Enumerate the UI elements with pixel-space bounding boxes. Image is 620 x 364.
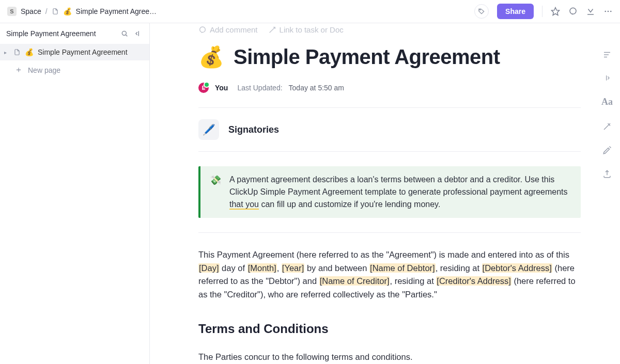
page-title[interactable]: Simple Payment Agreement bbox=[234, 45, 500, 69]
add-comment-button[interactable]: Add comment bbox=[198, 25, 258, 34]
svg-point-2 bbox=[570, 8, 576, 14]
callout-text-b: can fill up and customize if you're lend… bbox=[259, 200, 440, 209]
signatories-chip-icon: 🖊️ bbox=[198, 119, 219, 140]
share-button[interactable]: Share bbox=[497, 4, 534, 19]
signatories-label: Signatories bbox=[228, 124, 279, 135]
author-row: E You Last Updated: Today at 5:50 am bbox=[198, 83, 581, 108]
callout-underlined: that you bbox=[229, 200, 259, 210]
divider bbox=[198, 232, 581, 233]
add-comment-label: Add comment bbox=[210, 25, 258, 34]
sidebar: Simple Payment Agreement ▸ 💰 Simple Paym… bbox=[0, 23, 150, 364]
callout-text-a: A payment agreement describes a loan's t… bbox=[229, 175, 568, 196]
svg-marker-1 bbox=[552, 8, 560, 15]
intro-b: day of bbox=[220, 263, 247, 273]
sidebar-item-emoji: 💰 bbox=[25, 48, 34, 56]
placeholder-debtor-address[interactable]: [Debtor's Address] bbox=[482, 263, 552, 273]
placeholder-month[interactable]: [Month] bbox=[247, 263, 277, 273]
download-icon[interactable] bbox=[586, 7, 595, 16]
last-updated-label: Last Updated: bbox=[237, 84, 282, 92]
title-row: 💰 Simple Payment Agreement bbox=[198, 45, 581, 69]
svg-point-0 bbox=[479, 9, 480, 10]
comment-circle-icon[interactable] bbox=[568, 7, 578, 16]
svg-point-3 bbox=[605, 11, 606, 12]
svg-point-7 bbox=[200, 27, 206, 33]
svg-point-5 bbox=[610, 11, 612, 12]
link-task-button[interactable]: Link to task or Doc bbox=[268, 25, 344, 34]
intro-g: , residing at bbox=[390, 276, 436, 286]
placeholder-creditor-address[interactable]: [Creditor's Address] bbox=[436, 276, 511, 286]
sidebar-item-label: Simple Payment Agreement bbox=[38, 48, 128, 56]
page-tree: ▸ 💰 Simple Payment Agreement ＋ New page bbox=[0, 44, 149, 80]
placeholder-day[interactable]: [Day] bbox=[198, 263, 220, 273]
document-icon bbox=[52, 8, 59, 15]
doc-ghost-toolbar: Add comment Link to task or Doc bbox=[198, 23, 581, 42]
topbar-actions: Share bbox=[474, 4, 613, 19]
sidebar-item-simple-payment-agreement[interactable]: ▸ 💰 Simple Payment Agreement bbox=[0, 44, 149, 60]
collapse-sidebar-icon[interactable] bbox=[134, 29, 142, 38]
intro-d: by and between bbox=[304, 263, 369, 273]
callout-emoji: 💸 bbox=[210, 175, 221, 211]
breadcrumb-doc-emoji: 💰 bbox=[63, 7, 72, 15]
placeholder-debtor-name[interactable]: [Name of Debtor] bbox=[369, 263, 436, 273]
search-icon[interactable] bbox=[120, 29, 129, 38]
new-page-label: New page bbox=[28, 66, 60, 74]
breadcrumb-doc[interactable]: Simple Payment Agree… bbox=[76, 7, 157, 15]
link-task-label: Link to task or Doc bbox=[280, 25, 344, 34]
sidebar-title: Simple Payment Agreement bbox=[6, 29, 115, 38]
avatar[interactable]: E bbox=[198, 83, 209, 93]
intro-paragraph[interactable]: This Payment Agreement (here referred to… bbox=[198, 248, 581, 301]
intro-e: , residing at bbox=[436, 263, 482, 273]
new-page-button[interactable]: ＋ New page bbox=[0, 60, 149, 80]
space-icon[interactable]: S bbox=[7, 7, 17, 16]
document: Add comment Link to task or Doc 💰 Simple… bbox=[150, 23, 620, 364]
terms-intro[interactable]: The Parties concur to the following term… bbox=[198, 351, 581, 364]
breadcrumb-separator: / bbox=[45, 7, 48, 15]
placeholder-creditor-name[interactable]: [Name of Creditor] bbox=[319, 276, 390, 286]
svg-point-6 bbox=[122, 31, 126, 35]
tag-icon[interactable] bbox=[474, 4, 489, 19]
author-you: You bbox=[215, 84, 228, 92]
signatories-row[interactable]: 🖊️ Signatories bbox=[198, 108, 581, 152]
content: Aa Add comment Link t bbox=[150, 23, 620, 364]
star-icon[interactable] bbox=[551, 7, 560, 16]
intro-c: , bbox=[277, 263, 282, 273]
title-emoji[interactable]: 💰 bbox=[198, 45, 224, 69]
document-icon bbox=[13, 49, 21, 56]
caret-right-icon[interactable]: ▸ bbox=[4, 50, 9, 55]
plus-icon: ＋ bbox=[14, 65, 23, 75]
topbar: S Space / 💰 Simple Payment Agree… Share bbox=[0, 0, 620, 23]
info-callout: 💸 A payment agreement describes a loan's… bbox=[198, 166, 581, 218]
more-icon[interactable] bbox=[603, 7, 613, 16]
intro-a: This Payment Agreement (here referred to… bbox=[198, 250, 569, 259]
breadcrumb: S Space / 💰 Simple Payment Agree… bbox=[7, 7, 157, 16]
sidebar-header: Simple Payment Agreement bbox=[0, 23, 149, 44]
terms-heading: Terms and Conditions bbox=[198, 322, 581, 336]
placeholder-year[interactable]: [Year] bbox=[282, 263, 305, 273]
callout-text: A payment agreement describes a loan's t… bbox=[229, 173, 571, 211]
breadcrumb-space[interactable]: Space bbox=[21, 7, 41, 15]
divider bbox=[542, 6, 542, 17]
last-updated-time: Today at 5:50 am bbox=[289, 84, 344, 92]
svg-point-4 bbox=[608, 11, 609, 12]
